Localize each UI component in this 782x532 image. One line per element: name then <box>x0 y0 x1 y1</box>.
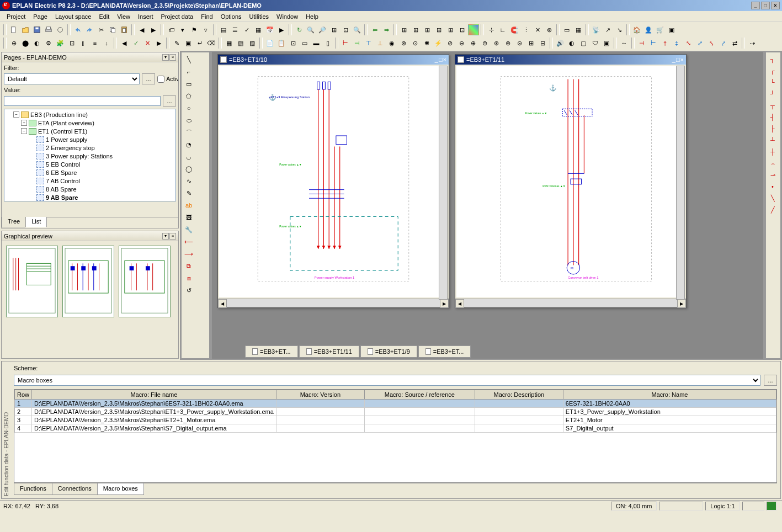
text-icon[interactable]: ab <box>183 199 195 211</box>
rect-icon[interactable]: ▭ <box>183 78 195 90</box>
cell[interactable] <box>475 400 563 408</box>
toolbar-grip[interactable] <box>364 24 368 35</box>
symbol-icon[interactable]: ⧉ <box>183 260 195 272</box>
cell[interactable]: D:\EPLAN\DATA\Version_2.3.5\Makros\Steph… <box>32 424 276 433</box>
puzzle-icon[interactable]: 🧩 <box>55 38 66 49</box>
menu-help[interactable]: Help <box>302 12 322 21</box>
dim-v-icon[interactable]: ⟶ <box>183 248 195 260</box>
menu-options[interactable]: Options <box>217 12 245 21</box>
cell[interactable]: D:\EPLAN\DATA\Version_2.3.5\Makros\Steph… <box>32 416 276 424</box>
new-icon[interactable] <box>8 24 19 35</box>
portal-icon[interactable]: ▣ <box>666 24 677 35</box>
snap-grid-icon[interactable]: ⋮ <box>520 24 531 35</box>
mdi-tab[interactable]: =EB3+ET1/9 <box>360 345 417 358</box>
conn5-icon[interactable]: ◉ <box>386 38 397 49</box>
mdi-tab[interactable]: =EB3+ET... <box>418 345 471 358</box>
tab-connections[interactable]: Connections <box>52 483 98 495</box>
zoom-in-icon[interactable]: 🔍 <box>305 24 316 35</box>
toolbar-grip[interactable] <box>550 38 553 49</box>
tree-node-page[interactable]: 6 EB Spare <box>6 168 174 177</box>
col-version[interactable]: Macro: Version <box>276 390 364 400</box>
toolbar-grip[interactable] <box>614 38 617 49</box>
schematic-canvas-1[interactable]: +ET1+3 Einspeisung Station ⚓ Power value… <box>219 66 448 297</box>
grid-e-icon[interactable]: ⊞ <box>445 24 456 35</box>
redo-icon[interactable] <box>84 24 95 35</box>
diag2-icon[interactable]: ╱ <box>767 204 778 215</box>
scroll-h[interactable]: ◀ ▶ <box>218 299 449 307</box>
snap-y-icon[interactable]: ⊗ <box>544 24 555 35</box>
magnet-icon[interactable]: 🧲 <box>509 24 520 35</box>
import-icon[interactable]: ↘ <box>614 24 625 35</box>
toolbar-grip[interactable] <box>161 24 164 35</box>
cell[interactable]: 6ES7-321-1BH02-0AA0 <box>563 400 776 408</box>
tree-toggle-icon[interactable]: + <box>21 120 27 126</box>
tool6-icon[interactable]: ⫿ <box>78 38 89 49</box>
dim-icon[interactable]: ↔ <box>619 38 630 49</box>
mdi-minimize-icon[interactable]: _ <box>435 56 438 63</box>
cell[interactable]: ET1+3_Power_supply_Workstation <box>563 408 776 416</box>
cell[interactable]: D:\EPLAN\DATA\Version_2.3.5\Makros\Steph… <box>32 400 276 408</box>
symbol-3-icon[interactable]: ◐ <box>31 38 42 49</box>
toolbar-grip[interactable] <box>289 24 292 35</box>
col-filename[interactable]: Macro: File name <box>32 390 276 400</box>
tool5-icon[interactable]: ⊡ <box>66 38 77 49</box>
conn8-icon[interactable]: ✱ <box>421 38 432 49</box>
angle4-icon[interactable]: ┘ <box>767 88 778 99</box>
mdi-tab[interactable]: =EB3+ET1/11 <box>299 345 359 358</box>
save-icon[interactable] <box>31 24 42 35</box>
edit-icon[interactable]: ✎ <box>171 38 182 49</box>
tee2-icon[interactable]: ┤ <box>767 111 778 123</box>
calendar-icon[interactable]: 📅 <box>264 24 275 35</box>
toolbar-grip[interactable] <box>626 24 630 35</box>
cell[interactable] <box>364 408 475 416</box>
col-desc[interactable]: Macro: Description <box>475 390 563 400</box>
sketch-icon[interactable]: ✎ <box>183 187 195 199</box>
tag-icon[interactable]: 🏷 <box>166 24 177 35</box>
conn15-icon[interactable]: ⊚ <box>502 38 513 49</box>
cell[interactable]: D:\EPLAN\DATA\Version_2.3.5\Makros\Steph… <box>32 408 276 416</box>
tree-node-page[interactable]: 9 AB Spare <box>6 193 174 201</box>
zoom-out-icon[interactable]: 🔎 <box>317 24 328 35</box>
cart-icon[interactable]: 🛒 <box>655 24 666 35</box>
nav-next-icon[interactable]: ▶ <box>148 24 159 35</box>
grid-b-icon[interactable]: ⊞ <box>410 24 421 35</box>
grid-color-icon[interactable] <box>468 24 479 35</box>
scroll-v[interactable] <box>676 66 685 300</box>
toolbar-grip[interactable] <box>166 38 169 49</box>
toolbar-grip[interactable] <box>481 24 484 35</box>
conn16-icon[interactable]: ⊝ <box>514 38 525 49</box>
conn10-icon[interactable]: ⊘ <box>444 38 455 49</box>
tree-node-root[interactable]: − EB3 (Production line) <box>6 110 174 119</box>
toolbar-grip[interactable] <box>631 38 635 49</box>
mdi-close-icon[interactable]: × <box>680 56 684 63</box>
menu-project-data[interactable]: Project data <box>158 12 197 21</box>
macro3-icon[interactable]: ▨ <box>247 38 258 49</box>
tool-icon[interactable]: 🔧 <box>183 224 195 236</box>
home-icon[interactable]: 🏠 <box>631 24 642 35</box>
menu-window[interactable]: Window <box>273 12 301 21</box>
conn9-icon[interactable]: ⚡ <box>433 38 444 49</box>
pot1-icon[interactable]: ⊣ <box>636 38 647 49</box>
menu-project[interactable]: Project <box>3 12 29 21</box>
insert-icon[interactable]: ↵ <box>194 38 205 49</box>
table-row[interactable]: 2D:\EPLAN\DATA\Version_2.3.5\Makros\Step… <box>15 408 776 416</box>
tab-tree[interactable]: Tree <box>2 217 26 227</box>
conn17-icon[interactable]: ⊞ <box>525 38 536 49</box>
toolbar-grip[interactable] <box>67 24 71 35</box>
grid-d-icon[interactable]: ⊞ <box>433 24 444 35</box>
tree-toggle-icon[interactable]: − <box>21 128 27 134</box>
preview-thumb[interactable] <box>6 246 58 317</box>
symbol2-icon[interactable]: ⧈ <box>183 272 195 284</box>
cell[interactable]: S7_Digital_output <box>563 424 776 433</box>
page5-icon[interactable]: ▬ <box>311 38 322 49</box>
page-tree[interactable]: − EB3 (Production line) + ETA (Plant ove… <box>4 109 176 201</box>
macro2-icon[interactable]: ▧ <box>235 38 246 49</box>
scheme-more-button[interactable]: ... <box>764 375 777 386</box>
menu-utilities[interactable]: Utilities <box>246 12 272 21</box>
tree-node-page[interactable]: 2 Emergency stop <box>6 143 174 152</box>
grid-icon[interactable]: ▦ <box>253 24 264 35</box>
menu-insert[interactable]: Insert <box>135 12 157 21</box>
tee4-icon[interactable]: ┴ <box>767 135 778 146</box>
cell[interactable] <box>276 424 364 433</box>
scroll-h[interactable]: ◀ ▶ <box>455 299 686 307</box>
